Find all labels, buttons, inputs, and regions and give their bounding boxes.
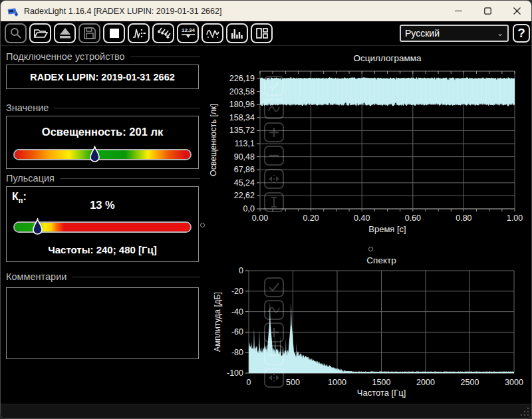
svg-text:0,0: 0,0 — [243, 204, 255, 213]
oscillogram-view-button[interactable] — [201, 23, 223, 43]
close-button[interactable] — [502, 1, 531, 21]
svg-text:226,19: 226,19 — [229, 74, 255, 83]
pulsation-scale — [13, 221, 192, 233]
toolbar: 12.34 Русский ⌄ ? — [1, 21, 531, 46]
numeric-display-button[interactable]: 12.34 — [177, 23, 199, 43]
svg-text:500: 500 — [286, 378, 300, 387]
svg-text:0: 0 — [247, 378, 251, 387]
measurement-settings-button[interactable] — [128, 23, 150, 43]
value-box: Освещенность: 201 лк — [6, 116, 199, 169]
language-select[interactable]: Русский ⌄ — [400, 25, 509, 42]
svg-text:135,72: 135,72 — [229, 126, 255, 135]
panel-layout-button[interactable] — [251, 23, 273, 43]
svg-text:-60: -60 — [231, 327, 243, 337]
eject-button[interactable] — [54, 23, 76, 43]
maximize-button[interactable] — [473, 1, 502, 21]
vertical-splitter-handle[interactable] — [200, 223, 205, 227]
value-section-heading: Значение — [6, 102, 200, 113]
plus-icon — [269, 127, 279, 138]
comments-input[interactable] — [6, 287, 199, 359]
open-folder-icon — [33, 27, 48, 39]
svg-text:Амплитуда [дБ]: Амплитуда [дБ] — [213, 292, 222, 352]
wave-icon — [268, 305, 280, 315]
device-name: RADEX LUPIN: 2019-01-31 2662 — [7, 65, 198, 88]
language-value: Русский — [405, 28, 440, 39]
svg-text:22,62: 22,62 — [234, 191, 255, 200]
osc-select-button[interactable] — [264, 76, 284, 96]
osc-zoom-out-button[interactable] — [264, 146, 284, 166]
spec-zoom-out-button[interactable] — [264, 345, 284, 365]
svg-text:90,48: 90,48 — [234, 152, 255, 162]
illuminance-reading: Освещенность: 201 лк — [7, 126, 198, 138]
minus-icon — [269, 150, 279, 161]
numeric-display-icon: 12.34 — [180, 26, 196, 41]
diagonal-arrows-icon — [156, 27, 171, 40]
search-device-button[interactable] — [5, 23, 27, 43]
search-icon — [9, 27, 23, 40]
oscillogram-chart[interactable]: Осциллограмма0,022,6245,2467,8690,48113,… — [207, 51, 532, 254]
minimize-icon — [455, 7, 462, 15]
ibeam-icon — [269, 197, 279, 208]
app-icon — [7, 5, 19, 17]
svg-text:1500: 1500 — [372, 378, 391, 387]
check-icon — [268, 281, 280, 293]
svg-text:67,86: 67,86 — [234, 165, 255, 174]
spec-trace-button[interactable] — [264, 300, 284, 320]
osc-zoom-in-button[interactable] — [264, 122, 284, 142]
svg-text:-40: -40 — [231, 307, 243, 317]
sweep-mode-button[interactable] — [152, 23, 174, 43]
help-button[interactable]: ? — [513, 24, 530, 43]
svg-text:45,24: 45,24 — [234, 178, 255, 188]
resize-grip[interactable] — [520, 407, 529, 416]
layout-icon — [255, 27, 269, 40]
stop-button[interactable] — [103, 23, 125, 43]
histogram-icon — [230, 27, 245, 40]
svg-text:12.34: 12.34 — [181, 27, 195, 33]
device-section-heading: Подключенное устройство — [6, 51, 200, 62]
check-icon — [268, 80, 280, 92]
spectrum-chart[interactable]: Спектр0-20-40-60-80-10005001000150020002… — [207, 254, 532, 405]
svg-text:2500: 2500 — [461, 378, 479, 387]
svg-text:-100: -100 — [227, 368, 243, 378]
spec-fit-button[interactable] — [264, 368, 284, 388]
pulsation-frequencies: Частоты: 240; 480 [Гц] — [7, 244, 198, 255]
svg-text:Частота [Гц]: Частота [Гц] — [357, 388, 406, 398]
main-content: Подключенное устройство RADEX LUPIN: 201… — [1, 47, 532, 405]
osc-fit-button[interactable] — [264, 169, 284, 189]
chevron-down-icon: ⌄ — [497, 29, 503, 38]
illuminance-marker-icon — [89, 146, 100, 164]
window-title: RadexLight 1.16.4 [RADEX LUPIN: 2019-01-… — [24, 7, 444, 16]
svg-text:203,58: 203,58 — [229, 87, 255, 96]
osc-trace-button[interactable] — [264, 99, 284, 119]
open-file-button[interactable] — [29, 23, 51, 43]
svg-text:1000: 1000 — [328, 378, 346, 387]
illuminance-scale — [13, 149, 192, 160]
svg-text:0.60: 0.60 — [405, 213, 421, 223]
pulsation-box: Кп: 13 % Частоты: 240; 480 [Гц] — [6, 186, 199, 262]
comments-section-heading: Комментарии — [6, 271, 200, 282]
osc-cursor-button[interactable] — [264, 192, 284, 212]
spec-select-button[interactable] — [264, 277, 284, 297]
svg-text:Освещенность [лк]: Освещенность [лк] — [209, 104, 218, 176]
fit-icon — [268, 373, 280, 382]
svg-text:-80: -80 — [231, 348, 243, 357]
svg-text:0.20: 0.20 — [303, 213, 319, 223]
pulsation-section-heading: Пульсация — [6, 173, 200, 184]
svg-text:158,34: 158,34 — [229, 113, 255, 122]
device-box: RADEX LUPIN: 2019-01-31 2662 — [6, 65, 199, 89]
svg-text:0.00: 0.00 — [252, 213, 268, 223]
maximize-icon — [484, 7, 491, 15]
svg-text:-20: -20 — [231, 287, 243, 296]
spec-zoom-in-button[interactable] — [264, 323, 284, 343]
svg-text:0.40: 0.40 — [354, 213, 370, 223]
spectrum-view-button[interactable] — [226, 23, 248, 43]
svg-text:Время [с]: Время [с] — [368, 224, 406, 234]
minimize-button[interactable] — [444, 1, 473, 21]
stop-icon — [109, 28, 120, 39]
svg-text:113,1: 113,1 — [235, 139, 255, 148]
pulsation-marker-icon — [32, 218, 43, 237]
app-window: RadexLight 1.16.4 [RADEX LUPIN: 2019-01-… — [0, 0, 532, 419]
wave-chart-icon — [205, 27, 220, 40]
wave-icon — [268, 104, 280, 114]
save-file-button[interactable] — [78, 23, 100, 43]
